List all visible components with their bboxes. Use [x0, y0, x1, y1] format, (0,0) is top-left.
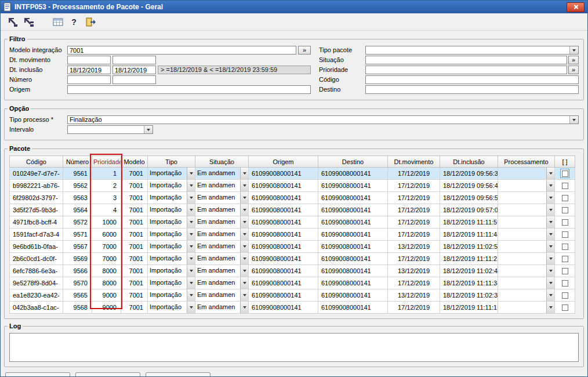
cell-prioridade[interactable]: 8000: [92, 277, 121, 289]
dt-movimento-from-input[interactable]: [67, 56, 111, 64]
dropdown-arrow-icon[interactable]: [187, 216, 195, 228]
dropdown-arrow-icon[interactable]: [240, 192, 248, 204]
dropdown-arrow-icon[interactable]: [187, 277, 195, 289]
process-all-button[interactable]: [21, 15, 35, 29]
cell-modelo[interactable]: 7001: [121, 302, 148, 314]
cell-origem[interactable]: 61099008000141: [249, 204, 318, 216]
cell-modelo[interactable]: 7001: [121, 265, 148, 277]
cell-tipo[interactable]: Importação: [148, 241, 195, 253]
cell-dt-movimento[interactable]: 17/12/2019: [388, 253, 440, 265]
cell-codigo[interactable]: 4971fbc8-bcff-4: [10, 216, 63, 229]
cell-modelo[interactable]: 7001: [121, 277, 148, 289]
dropdown-arrow-icon[interactable]: [546, 180, 554, 191]
cell-codigo[interactable]: 010249e7-d7e7-: [10, 168, 63, 180]
cell-processamento[interactable]: [498, 265, 555, 277]
table-row[interactable]: ea1e8230-ea42- 9565 9000 7001 Importação…: [10, 289, 575, 302]
dropdown-arrow-icon[interactable]: [569, 116, 578, 124]
cell-checkbox[interactable]: [555, 180, 575, 192]
cell-processamento[interactable]: [498, 253, 555, 265]
dropdown-arrow-icon[interactable]: [240, 277, 248, 289]
cell-situacao[interactable]: Em andamen: [195, 229, 249, 241]
cell-situacao[interactable]: Em andamen: [195, 192, 249, 204]
cell-dt-movimento[interactable]: 17/12/2019: [388, 302, 440, 314]
dt-movimento-to-input[interactable]: [112, 56, 156, 64]
cell-situacao[interactable]: Em andamen: [195, 253, 249, 265]
cell-dt-inclusao[interactable]: 18/12/2019 11:11:34: [440, 277, 498, 289]
cell-prioridade[interactable]: 1000: [92, 216, 121, 229]
cell-processamento[interactable]: [498, 229, 555, 241]
modelo-integracao-input[interactable]: [67, 46, 296, 55]
col-codigo[interactable]: Código: [10, 156, 63, 168]
cell-origem[interactable]: 61099008000141: [249, 180, 318, 192]
cell-dt-inclusao[interactable]: 18/12/2019 11:02:44: [440, 265, 498, 277]
dropdown-arrow-icon[interactable]: [240, 253, 248, 264]
cell-dt-inclusao[interactable]: 18/12/2019 09:56:45: [440, 180, 498, 192]
cell-origem[interactable]: 61099008000141: [249, 216, 318, 229]
cell-destino[interactable]: 61099008000141: [318, 180, 388, 192]
cell-tipo[interactable]: Importação: [148, 289, 195, 302]
grid-view-button[interactable]: [50, 15, 65, 29]
cell-situacao[interactable]: Em andamen: [195, 216, 249, 229]
cell-processamento[interactable]: [498, 192, 555, 204]
cell-dt-movimento[interactable]: 13/12/2019: [388, 289, 440, 302]
dropdown-arrow-icon[interactable]: [187, 180, 195, 191]
exit-button[interactable]: [83, 15, 97, 29]
cell-prioridade[interactable]: 2: [92, 180, 121, 192]
cell-processamento[interactable]: [498, 216, 555, 229]
cell-tipo[interactable]: Importação: [148, 229, 195, 241]
detalhamento-button[interactable]: Detalhamento...: [75, 372, 140, 377]
dropdown-arrow-icon[interactable]: [240, 204, 248, 216]
col-numero[interactable]: Número: [63, 156, 92, 168]
cell-prioridade[interactable]: 8000: [92, 265, 121, 277]
cell-situacao[interactable]: Em andamen: [195, 241, 249, 253]
cell-numero[interactable]: 9572: [63, 216, 92, 229]
cell-numero[interactable]: 9565: [63, 289, 92, 302]
situacao-input[interactable]: [365, 56, 567, 64]
cell-prioridade[interactable]: 9000: [92, 302, 121, 314]
cell-checkbox[interactable]: [555, 277, 575, 289]
dt-inclusao-to-input[interactable]: [112, 66, 156, 74]
cell-processamento[interactable]: [498, 302, 555, 314]
row-checkbox[interactable]: [562, 244, 568, 250]
cell-numero[interactable]: 9563: [63, 192, 92, 204]
cell-situacao[interactable]: Em andamen: [195, 289, 249, 302]
row-checkbox[interactable]: [562, 304, 568, 311]
dropdown-arrow-icon[interactable]: [240, 180, 248, 191]
row-checkbox[interactable]: [562, 183, 568, 189]
cell-codigo[interactable]: 3d5f27d5-9b3d-: [10, 204, 63, 216]
cell-checkbox[interactable]: [555, 168, 575, 180]
cell-codigo[interactable]: ea1e8230-ea42-: [10, 289, 63, 302]
prioridade-lookup-button[interactable]: »: [568, 66, 579, 74]
cell-processamento[interactable]: [498, 180, 555, 192]
cell-dt-movimento[interactable]: 17/12/2019: [388, 204, 440, 216]
cell-checkbox[interactable]: [555, 241, 575, 253]
dropdown-arrow-icon[interactable]: [240, 289, 248, 301]
dropdown-arrow-icon[interactable]: [187, 168, 195, 179]
cell-codigo[interactable]: 2b6c0cd1-dc0f-: [10, 253, 63, 265]
dropdown-arrow-icon[interactable]: [546, 265, 554, 277]
cell-tipo[interactable]: Importação: [148, 277, 195, 289]
row-checkbox[interactable]: [562, 219, 568, 226]
dropdown-arrow-icon[interactable]: [240, 216, 248, 228]
cell-codigo[interactable]: b9982221-ab76-: [10, 180, 63, 192]
cell-prioridade[interactable]: 1: [92, 168, 121, 180]
prioridade-input[interactable]: [365, 66, 567, 74]
cell-destino[interactable]: 61099008000141: [318, 277, 388, 289]
cell-destino[interactable]: 61099008000141: [318, 216, 388, 229]
cell-processamento[interactable]: [498, 168, 555, 180]
cell-checkbox[interactable]: [555, 229, 575, 241]
cell-dt-movimento[interactable]: 17/12/2019: [388, 192, 440, 204]
cell-tipo[interactable]: Importação: [148, 265, 195, 277]
cell-tipo[interactable]: Importação: [148, 253, 195, 265]
row-checkbox[interactable]: [562, 256, 568, 262]
cell-numero[interactable]: 9561: [63, 168, 92, 180]
cell-destino[interactable]: 61099008000141: [318, 229, 388, 241]
cell-dt-inclusao[interactable]: 18/12/2019 09:56:36: [440, 168, 498, 180]
cell-checkbox[interactable]: [555, 265, 575, 277]
cell-dt-inclusao[interactable]: 18/12/2019 09:57:02: [440, 204, 498, 216]
cell-codigo[interactable]: 1591facf-d7a3-4: [10, 229, 63, 241]
cell-numero[interactable]: 9567: [63, 241, 92, 253]
cell-tipo[interactable]: Importação: [148, 168, 195, 180]
cell-situacao[interactable]: Em andamen: [195, 265, 249, 277]
numero-from-input[interactable]: [67, 75, 111, 84]
